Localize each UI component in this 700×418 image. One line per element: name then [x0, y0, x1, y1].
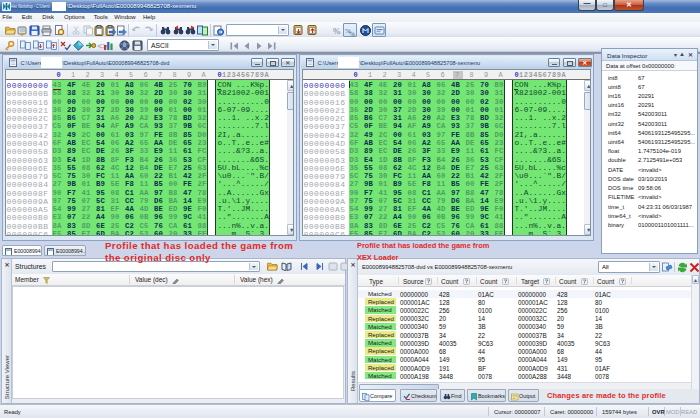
- svg-text:%: %: [333, 26, 341, 36]
- svg-text:%: %: [349, 30, 355, 36]
